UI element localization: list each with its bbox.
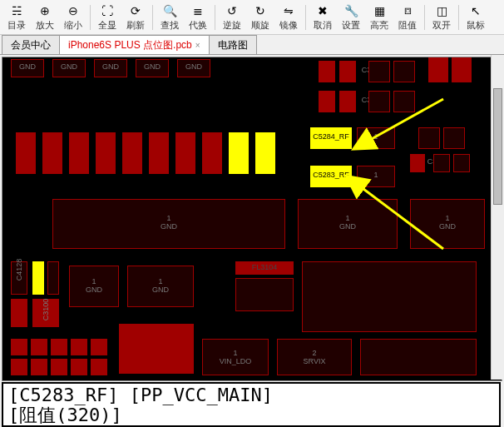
status-line-2: [阻值(320)] bbox=[8, 405, 494, 425]
vertical-scrollbar[interactable] bbox=[491, 55, 504, 380]
resist-icon: ⧈ bbox=[400, 3, 415, 18]
tool-label: 镜像 bbox=[279, 19, 298, 32]
status-panel: [C5283_RF] [PP_VCC_MAIN] [阻值(320)] bbox=[2, 382, 501, 427]
mouse-button[interactable]: ↖鼠标 bbox=[462, 2, 489, 33]
settings-button[interactable]: 🔧设置 bbox=[338, 2, 364, 33]
split-button[interactable]: ◫双开 bbox=[428, 2, 455, 33]
status-line-1: [C5283_RF] [PP_VCC_MAIN] bbox=[8, 385, 494, 405]
zoomin-button[interactable]: ⊕放大 bbox=[32, 2, 58, 33]
zoomout-icon: ⊖ bbox=[66, 3, 81, 18]
split-icon: ◫ bbox=[434, 3, 449, 18]
zoomout-button[interactable]: ⊖缩小 bbox=[60, 2, 86, 33]
tool-label: 高亮 bbox=[370, 19, 388, 32]
settings-icon: 🔧 bbox=[343, 3, 358, 18]
tool-label: 双开 bbox=[432, 19, 451, 32]
main-toolbar: ☵目录⊕放大⊖缩小⛶全显⟳刷新🔍查找≣代换↺逆旋↻顺旋⇋镜像✖取消🔧设置▦高亮⧈… bbox=[0, 0, 504, 35]
document-tabbar: 会员中心iPhone6S PLUS 点位图.pcb×电路图 bbox=[0, 35, 504, 55]
highlight-icon: ▦ bbox=[372, 3, 387, 18]
mirror-button[interactable]: ⇋镜像 bbox=[275, 2, 302, 33]
mirror-icon: ⇋ bbox=[281, 3, 296, 18]
tool-label: 查找 bbox=[161, 19, 179, 32]
replace-icon: ≣ bbox=[190, 3, 205, 18]
mouse-icon: ↖ bbox=[468, 3, 483, 18]
refresh-button[interactable]: ⟳刷新 bbox=[122, 2, 149, 33]
tab-member[interactable]: 会员中心 bbox=[2, 35, 60, 54]
find-button[interactable]: 🔍查找 bbox=[156, 2, 183, 33]
tool-label: 代换 bbox=[189, 19, 207, 32]
zoomin-icon: ⊕ bbox=[37, 3, 52, 18]
tool-label: 设置 bbox=[342, 19, 360, 32]
replace-button[interactable]: ≣代换 bbox=[185, 2, 211, 33]
fullview-icon: ⛶ bbox=[100, 3, 115, 18]
cancel-button[interactable]: ✖取消 bbox=[309, 2, 336, 33]
rotccw-icon: ↺ bbox=[225, 3, 240, 18]
tool-label: 放大 bbox=[36, 19, 54, 32]
dir-button[interactable]: ☵目录 bbox=[3, 2, 30, 33]
tool-label: 阻值 bbox=[398, 19, 417, 32]
tool-label: 目录 bbox=[7, 19, 26, 32]
cancel-icon: ✖ bbox=[315, 3, 330, 18]
refresh-icon: ⟳ bbox=[128, 3, 143, 18]
rotcw-button[interactable]: ↻顺旋 bbox=[247, 2, 274, 33]
tool-label: 取消 bbox=[314, 19, 332, 32]
highlight-button[interactable]: ▦高亮 bbox=[366, 2, 393, 33]
tool-label: 逆旋 bbox=[223, 19, 241, 32]
pcb-canvas[interactable]: GND GND GND GND GND C3124 C3128 C5284_RF… bbox=[2, 57, 502, 381]
tab-schem[interactable]: 电路图 bbox=[209, 35, 257, 54]
tool-label: 鼠标 bbox=[467, 19, 485, 32]
rotcw-icon: ↻ bbox=[253, 3, 268, 18]
tool-label: 缩小 bbox=[64, 19, 82, 32]
dir-icon: ☵ bbox=[9, 3, 24, 18]
find-icon: 🔍 bbox=[162, 3, 177, 18]
pad-c5284[interactable] bbox=[310, 127, 352, 149]
tool-label: 顺旋 bbox=[251, 19, 269, 32]
tool-label: 全显 bbox=[98, 19, 116, 32]
pad-c5283[interactable] bbox=[310, 166, 352, 187]
close-icon[interactable]: × bbox=[195, 41, 200, 50]
rotccw-button[interactable]: ↺逆旋 bbox=[219, 2, 245, 33]
tab-pcb[interactable]: iPhone6S PLUS 点位图.pcb× bbox=[59, 35, 210, 54]
tool-label: 刷新 bbox=[126, 19, 145, 32]
resist-button[interactable]: ⧈阻值 bbox=[394, 2, 421, 33]
fullview-button[interactable]: ⛶全显 bbox=[94, 2, 121, 33]
